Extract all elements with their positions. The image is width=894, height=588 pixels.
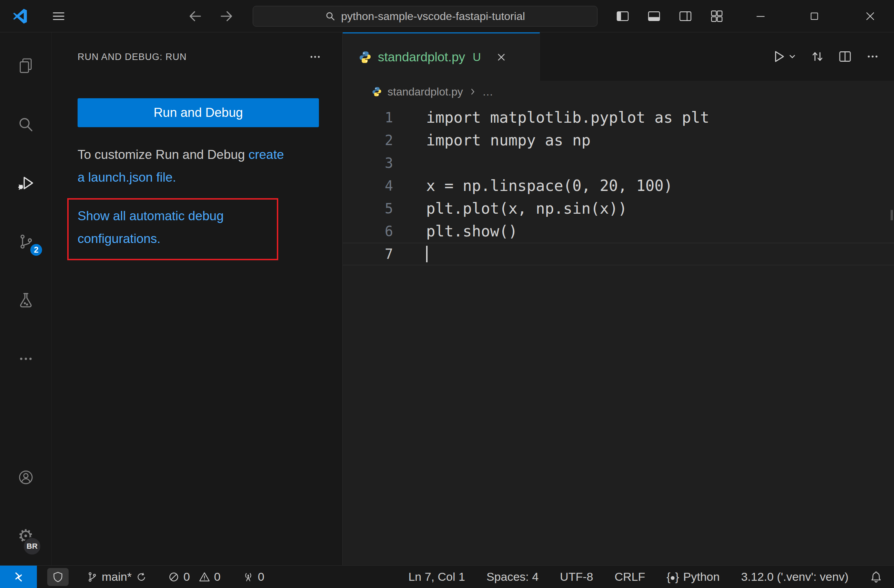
tab-standardplot[interactable]: standardplot.py U [343,32,540,81]
explorer-icon [18,57,34,74]
remote-indicator[interactable] [0,565,37,588]
language-braces-icon: { } [666,570,679,583]
manage-settings-button[interactable]: ⚙ BR [0,507,51,565]
branch-status[interactable]: main* [86,570,147,583]
warning-count: 0 [214,570,220,583]
sidebar-item-explorer[interactable] [0,36,51,95]
search-icon [18,116,34,133]
tab-modified-badge: U [473,51,481,64]
code-line[interactable]: 7 [343,243,894,265]
sidebar-item-more[interactable] [0,330,51,388]
chevron-down-icon [788,52,797,61]
code-area[interactable]: 1import matplotlib.pyplot as plt2import … [343,103,894,565]
tab-bar: standardplot.py U [343,32,894,81]
show-auto-debug-configs-link[interactable]: Show all automatic debug configurations. [78,209,224,246]
workspace-trust-badge[interactable] [47,568,69,586]
profile-badge: BR [23,537,41,556]
notifications-bell[interactable] [870,571,882,583]
branch-name: main* [102,570,132,583]
tab-close-icon[interactable] [496,52,506,62]
code-line[interactable]: 4x = np.linspace(0, 20, 100) [343,174,894,197]
ports-status[interactable]: 0 [243,570,264,583]
error-icon [168,571,179,582]
menu-hamburger-icon[interactable] [52,9,65,23]
maximize-button[interactable] [801,0,828,32]
vscode-window: python-sample-vscode-fastapi-tutorial [0,0,894,588]
status-bar-right: Ln 7, Col 1 Spaces: 4 UTF-8 CRLF { } Pyt… [408,570,894,583]
minimize-button[interactable] [748,0,774,32]
accounts-button[interactable] [0,448,51,507]
breadcrumb-file[interactable]: standardplot.py [388,86,463,98]
source-control-badge: 2 [29,243,44,257]
editor-group: standardplot.py U [343,32,894,565]
remote-icon [12,571,25,583]
code-line[interactable]: 5plt.plot(x, np.sin(x)) [343,197,894,220]
customize-paragraph: To customize Run and Debug create a laun… [78,143,284,189]
problems-status[interactable]: 0 0 [168,570,220,583]
split-editor-icon[interactable] [838,50,852,63]
bell-icon [870,571,882,583]
line-number[interactable]: 5 [343,197,414,220]
language-name: Python [683,570,720,583]
search-icon [325,11,335,21]
code-line[interactable]: 2import numpy as np [343,129,894,152]
line-number[interactable]: 1 [343,106,414,129]
code-line[interactable]: 6plt.show() [343,220,894,243]
indentation-status[interactable]: Spaces: 4 [486,570,539,583]
sidebar-title: RUN AND DEBUG: RUN [78,52,187,62]
activity-bar-spacer [0,388,51,448]
port-count: 0 [258,570,264,583]
customize-text: To customize Run and Debug [78,148,249,162]
breadcrumb: standardplot.py … [343,81,894,103]
activity-bar: 2 [0,32,52,565]
error-count: 0 [183,570,190,583]
breadcrumb-more[interactable]: … [482,86,493,98]
cursor-position-status[interactable]: Ln 7, Col 1 [408,570,465,583]
radio-tower-icon [243,571,254,582]
sidebar-item-run-debug[interactable] [0,154,51,212]
sidebar-item-search[interactable] [0,95,51,154]
vscode-logo-icon [12,9,27,24]
beaker-icon [18,292,34,309]
run-debug-icon [18,175,34,191]
editor-toolbar [771,32,894,81]
encoding-status[interactable]: UTF-8 [560,570,593,583]
code-line[interactable]: 3 [343,152,894,174]
back-arrow-icon[interactable] [188,9,202,23]
language-status[interactable]: { } Python [666,570,720,583]
toggle-primary-sidebar-icon[interactable] [616,9,630,23]
code-line[interactable]: 1import matplotlib.pyplot as plt [343,106,894,129]
line-number[interactable]: 7 [343,243,414,265]
sidebar-item-source-control[interactable]: 2 [0,212,51,271]
git-branch-icon [86,571,98,582]
customize-layout-icon[interactable] [710,9,724,23]
auto-debug-paragraph: Show all automatic debug configurations. [78,205,271,250]
run-and-debug-button[interactable]: Run and Debug [78,98,319,127]
close-window-button[interactable] [857,0,883,32]
line-number[interactable]: 4 [343,174,414,197]
open-changes-icon[interactable] [811,50,825,63]
line-number[interactable]: 2 [343,129,414,152]
breadcrumb-chevron-icon [468,87,477,96]
forward-arrow-icon[interactable] [220,9,233,23]
view-more-actions-icon[interactable] [308,50,322,63]
python-icon [359,51,371,64]
line-number[interactable]: 6 [343,220,414,243]
toggle-secondary-sidebar-icon[interactable] [678,9,692,23]
ellipsis-icon [18,351,34,367]
sync-icon[interactable] [136,571,147,582]
toggle-panel-icon[interactable] [647,9,661,23]
status-bar: main* 0 0 0 Ln 7, Col 1 [0,565,894,588]
line-number[interactable]: 3 [343,152,414,174]
tab-label: standardplot.py [378,50,465,65]
editor-more-actions-icon[interactable] [866,50,879,63]
eol-status[interactable]: CRLF [615,570,645,583]
run-debug-sidebar: RUN AND DEBUG: RUN Run and Debug To cust… [52,32,343,565]
text-cursor [426,246,427,262]
warning-icon [199,571,210,582]
sidebar-item-testing[interactable] [0,271,51,330]
python-interpreter-status[interactable]: 3.12.0 ('.venv': venv) [741,570,849,583]
command-center[interactable]: python-sample-vscode-fastapi-tutorial [253,6,598,27]
overview-ruler-mark [891,210,893,220]
run-python-file-button[interactable] [771,49,797,64]
